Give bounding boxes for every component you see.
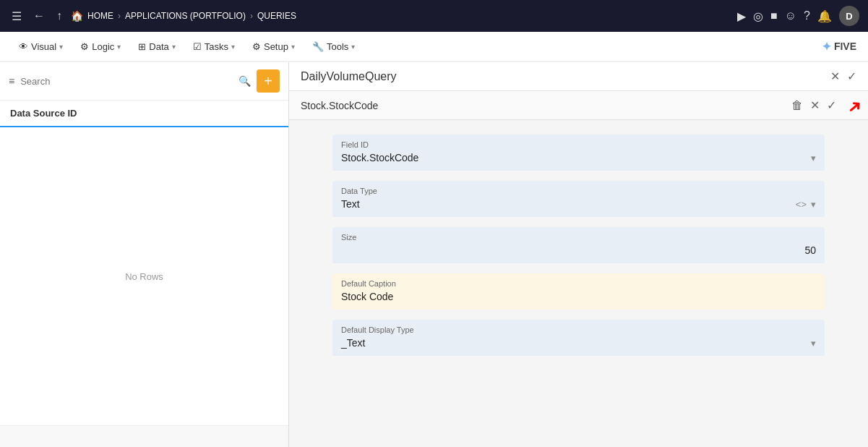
stop-icon[interactable]: ■ <box>770 9 778 22</box>
nav-item-visual[interactable]: 👁 Visual ▾ <box>12 37 70 56</box>
play-icon[interactable]: ▶ <box>737 9 746 23</box>
panel-title: DailyVolumeQuery <box>301 70 397 83</box>
visual-icon: 👁 <box>19 41 28 52</box>
tasks-caret: ▾ <box>231 43 235 51</box>
data-type-row: Text <> ▾ <box>341 198 816 210</box>
data-label: Data <box>149 41 168 52</box>
breadcrumb-queries[interactable]: QUERIES <box>257 11 296 21</box>
top-navbar: ☰ ← ↑ 🏠 HOME › APPLICATIONS (PORTFOLIO) … <box>0 0 868 32</box>
setup-label: Setup <box>264 41 288 52</box>
user-avatar[interactable]: D <box>839 6 859 26</box>
field-id-row: Stock.StockCode ▾ <box>341 152 816 163</box>
default-display-type-value: _Text <box>341 337 365 349</box>
secondary-navbar: 👁 Visual ▾ ⚙ Logic ▾ ⊞ Data ▾ ☑ Tasks ▾ … <box>0 32 868 62</box>
default-caption-row: Stock Code <box>341 291 816 302</box>
top-nav-actions: ▶ ◎ ■ ☺ ? 🔔 D <box>737 6 859 26</box>
add-button[interactable]: + <box>257 69 280 93</box>
tools-icon: 🔧 <box>312 41 324 52</box>
data-type-code-icon[interactable]: <> <box>796 199 807 210</box>
sub-panel-check-icon[interactable]: ✓ <box>827 98 836 112</box>
default-display-type-dropdown-icon[interactable]: ▾ <box>811 338 816 349</box>
five-logo-icon: ✦ <box>822 40 831 54</box>
data-type-value: Text <box>341 198 360 210</box>
panel-header-actions: ✕ ✓ <box>830 69 856 83</box>
panel-check-icon[interactable]: ✓ <box>847 69 856 83</box>
setup-icon: ⚙ <box>252 41 261 52</box>
size-value: 50 <box>804 244 816 256</box>
field-id-group: Field ID Stock.StockCode ▾ <box>332 135 825 171</box>
sidebar: ≡ 🔍 + Data Source ID No Rows <box>0 62 289 447</box>
content-panel: DailyVolumeQuery ✕ ✓ Stock.StockCode 🗑 ✕… <box>289 62 868 447</box>
search-bar: ≡ 🔍 + <box>0 62 288 101</box>
no-rows-message: No Rows <box>0 127 288 425</box>
default-caption-group: Default Caption Stock Code <box>332 273 825 310</box>
breadcrumb-sep2: › <box>250 11 253 21</box>
search-icon[interactable]: ◎ <box>753 9 763 23</box>
default-display-type-group: Default Display Type _Text ▾ <box>332 320 825 356</box>
breadcrumb-home[interactable]: HOME <box>87 11 113 21</box>
visual-label: Visual <box>31 41 56 52</box>
sub-panel-close-icon[interactable]: ✕ <box>810 98 820 112</box>
size-row: 50 <box>341 244 816 256</box>
field-id-dropdown-icon[interactable]: ▾ <box>811 153 816 163</box>
size-group: Size 50 <box>332 227 825 263</box>
tools-caret: ▾ <box>351 43 355 51</box>
nav-item-logic[interactable]: ⚙ Logic ▾ <box>73 37 128 56</box>
sidebar-footer <box>0 425 288 447</box>
help-icon[interactable]: ? <box>804 9 810 22</box>
logic-label: Logic <box>92 41 114 52</box>
size-label: Size <box>341 233 816 242</box>
nav-item-setup[interactable]: ⚙ Setup ▾ <box>245 37 302 56</box>
default-display-type-label: Default Display Type <box>341 325 816 334</box>
tasks-label: Tasks <box>205 41 228 52</box>
sub-panel-actions: 🗑 ✕ ✓ <box>791 98 856 112</box>
search-icon[interactable]: 🔍 <box>239 75 251 87</box>
sub-panel-delete-icon[interactable]: 🗑 <box>791 99 803 112</box>
visual-caret: ▾ <box>59 43 63 51</box>
data-caret: ▾ <box>172 43 176 51</box>
breadcrumb-sep1: › <box>118 11 121 21</box>
nav-item-data[interactable]: ⊞ Data ▾ <box>131 37 182 56</box>
forward-icon[interactable]: ↑ <box>53 7 65 25</box>
data-type-group: Data Type Text <> ▾ <box>332 181 825 217</box>
data-type-dropdown-icon[interactable]: ▾ <box>811 199 816 210</box>
back-icon[interactable]: ← <box>30 7 48 25</box>
default-caption-label: Default Caption <box>341 279 816 288</box>
data-type-icons: <> ▾ <box>796 199 816 210</box>
five-logo: ✦ FIVE <box>822 40 856 54</box>
filter-icon[interactable]: ≡ <box>9 75 14 87</box>
form-area: Field ID Stock.StockCode ▾ Data Type Tex… <box>289 120 868 447</box>
data-type-label: Data Type <box>341 187 816 195</box>
search-input[interactable] <box>20 76 233 87</box>
nav-item-tools[interactable]: 🔧 Tools ▾ <box>305 37 362 56</box>
sub-panel-header: Stock.StockCode 🗑 ✕ ✓ ➜ <box>289 91 868 120</box>
field-id-label: Field ID <box>341 140 816 149</box>
default-display-type-row: _Text ▾ <box>341 337 816 349</box>
bell-icon[interactable]: 🔔 <box>817 9 832 23</box>
five-logo-text: FIVE <box>834 41 856 52</box>
breadcrumb-applications[interactable]: APPLICATIONS (PORTFOLIO) <box>125 11 246 21</box>
panel-header: DailyVolumeQuery ✕ ✓ <box>289 62 868 91</box>
logic-caret: ▾ <box>117 43 121 51</box>
data-icon: ⊞ <box>138 41 146 52</box>
breadcrumb: 🏠 HOME › APPLICATIONS (PORTFOLIO) › QUER… <box>71 10 731 22</box>
tasks-icon: ☑ <box>193 41 202 52</box>
field-id-value: Stock.StockCode <box>341 152 418 163</box>
robot-icon[interactable]: ☺ <box>785 9 796 22</box>
panel-close-icon[interactable]: ✕ <box>830 69 840 83</box>
nav-item-tasks[interactable]: ☑ Tasks ▾ <box>186 37 242 56</box>
column-header: Data Source ID <box>0 101 288 127</box>
menu-icon[interactable]: ☰ <box>9 7 25 26</box>
logic-icon: ⚙ <box>80 41 89 52</box>
tools-label: Tools <box>327 41 348 52</box>
home-icon: 🏠 <box>71 10 83 22</box>
default-caption-value: Stock Code <box>341 291 393 302</box>
sub-panel-title: Stock.StockCode <box>301 100 378 111</box>
main-layout: ≡ 🔍 + Data Source ID No Rows DailyVolume… <box>0 62 868 447</box>
setup-caret: ▾ <box>291 43 295 51</box>
